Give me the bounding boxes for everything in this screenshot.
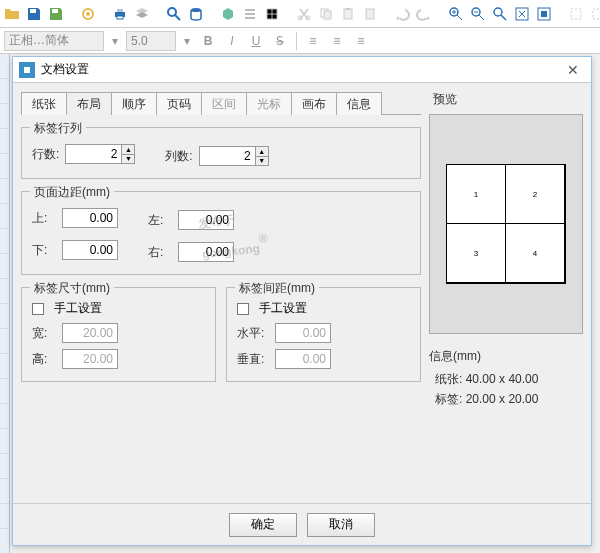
margin-right-label: 右: [148,244,172,261]
sel1-icon[interactable] [568,5,584,23]
tab-paper[interactable]: 纸张 [21,92,67,115]
svg-rect-14 [344,9,352,19]
margin-left-input[interactable] [178,210,234,230]
group-label-size: 标签尺寸(mm) 手工设置 宽: 高: [21,287,216,382]
toolbar-separator [296,32,297,50]
zoom-in-icon[interactable] [448,5,464,23]
preview-title: 预览 [429,91,583,108]
svg-point-9 [191,8,201,12]
manual-size-checkbox[interactable] [32,303,44,315]
fit2-icon[interactable] [536,5,552,23]
font-toolbar: 正相…简体 ▾ 5.0 ▾ B I U S̶ ≡ ≡ ≡ [0,28,600,54]
svg-rect-15 [346,8,350,10]
undo-icon[interactable] [394,5,410,23]
bold-button[interactable]: B [198,31,218,51]
underline-button[interactable]: U [246,31,266,51]
gear-icon[interactable] [80,5,96,23]
margin-top-label: 上: [32,210,56,227]
cancel-button[interactable]: 取消 [307,513,375,537]
save-icon[interactable] [26,5,42,23]
svg-rect-13 [324,11,331,19]
font-name-dropdown-icon[interactable]: ▾ [108,34,122,48]
group-title: 标签尺寸(mm) [30,280,114,297]
align-center-button[interactable]: ≡ [327,31,347,51]
tab-info[interactable]: 信息 [336,92,382,115]
align-right-button[interactable]: ≡ [351,31,371,51]
open-icon[interactable] [4,5,20,23]
vert-input [275,349,331,369]
rows-spinner[interactable]: ▲▼ [121,144,135,164]
font-name-select[interactable]: 正相…简体 [4,31,104,51]
dialog-body: 纸张 布局 顺序 页码 区间 光标 画布 信息 标签行列 行数: ▲▼ [13,83,591,503]
cols-input[interactable] [199,146,255,166]
group-title: 页面边距(mm) [30,184,114,201]
tab-cursor[interactable]: 光标 [246,92,292,115]
group-margins: 页面边距(mm) 上: 左: 下: [21,191,421,275]
grid-icon[interactable] [264,5,280,23]
info-panel: 信息(mm) 纸张: 40.00 x 40.00 标签: 20.00 x 20.… [429,348,583,408]
info-paper-label: 纸张: [435,372,462,386]
zoom-out-icon[interactable] [470,5,486,23]
svg-point-7 [168,8,176,16]
cube-icon[interactable] [220,5,236,23]
dialog-titlebar: 文档设置 ✕ [13,57,591,83]
tab-canvas[interactable]: 画布 [291,92,337,115]
zoom-icon[interactable] [166,5,182,23]
preview-cell: 4 [505,223,565,283]
layers-icon[interactable] [134,5,150,23]
group-label-gap: 标签间距(mm) 手工设置 水平: 垂直: [226,287,421,382]
manual-size-label: 手工设置 [54,300,102,317]
svg-line-8 [175,15,180,20]
svg-rect-16 [366,9,374,19]
svg-point-19 [494,8,502,16]
fit-icon[interactable] [514,5,530,23]
info-label-label: 标签: [435,392,462,406]
database-icon[interactable] [188,5,204,23]
font-size-dropdown-icon[interactable]: ▾ [180,34,194,48]
margin-bottom-label: 下: [32,242,56,259]
tab-order[interactable]: 顺序 [111,92,157,115]
cols-spinner[interactable]: ▲▼ [255,146,269,166]
group-title: 标签行列 [30,120,86,137]
svg-rect-1 [52,9,58,13]
sel2-icon[interactable] [590,5,600,23]
rows-input[interactable] [65,144,121,164]
height-input [62,349,118,369]
export-icon[interactable] [48,5,64,23]
redo-icon[interactable] [416,5,432,23]
tab-layout[interactable]: 布局 [66,92,112,115]
align-left-button[interactable]: ≡ [303,31,323,51]
font-name-value: 正相…简体 [9,32,69,49]
group-title: 标签间距(mm) [235,280,319,297]
svg-rect-5 [117,9,123,12]
tab-page-number[interactable]: 页码 [156,92,202,115]
paste2-icon[interactable] [362,5,378,23]
margin-top-input[interactable] [62,208,118,228]
dialog-title: 文档设置 [41,61,89,78]
document-settings-dialog: 文档设置 ✕ 纸张 布局 顺序 页码 区间 光标 画布 信息 标签行列 行数: [12,56,592,546]
margin-bottom-input[interactable] [62,240,118,260]
list-icon[interactable] [242,5,258,23]
preview-cell: 2 [505,164,565,224]
copy-icon[interactable] [318,5,334,23]
print-icon[interactable] [112,5,128,23]
width-input [62,323,118,343]
cut-icon[interactable] [296,5,312,23]
manual-gap-checkbox[interactable] [237,303,249,315]
margin-right-input[interactable] [178,242,234,262]
horiz-input [275,323,331,343]
zoom-region-icon[interactable] [492,5,508,23]
dialog-button-row: 确定 取消 [13,503,591,545]
close-icon[interactable]: ✕ [561,62,585,78]
font-size-select[interactable]: 5.0 [126,31,176,51]
tab-range[interactable]: 区间 [201,92,247,115]
preview-cell: 1 [446,164,506,224]
strike-button[interactable]: S̶ [270,31,290,51]
left-sidebar [0,54,10,553]
paste-icon[interactable] [340,5,356,23]
ok-button[interactable]: 确定 [229,513,297,537]
manual-gap-label: 手工设置 [259,300,307,317]
horiz-label: 水平: [237,325,269,342]
italic-button[interactable]: I [222,31,242,51]
info-title: 信息(mm) [429,348,583,365]
